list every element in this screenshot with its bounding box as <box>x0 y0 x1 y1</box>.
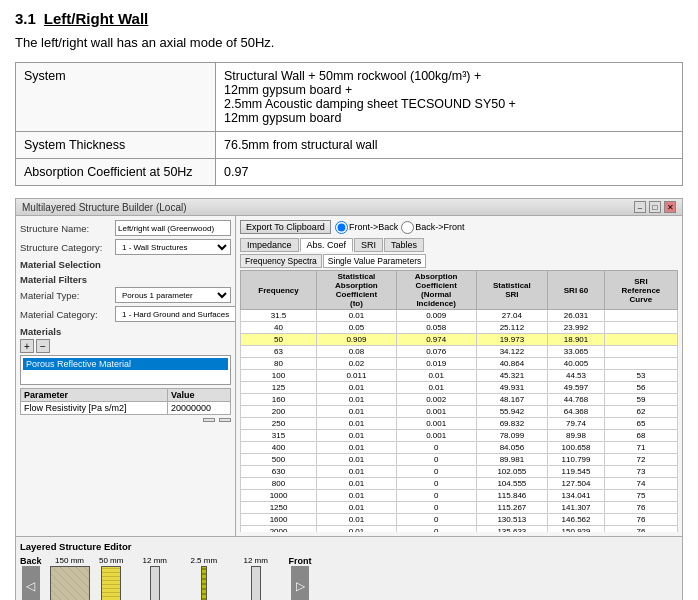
table-cell: 75 <box>604 490 677 502</box>
tab-sri[interactable]: SRI <box>354 238 383 252</box>
table-cell: 62 <box>604 406 677 418</box>
section-subtitle: The left/right wall has an axial mode of… <box>15 35 683 50</box>
maximize-btn[interactable]: □ <box>649 201 661 213</box>
table-cell: 44.53 <box>548 370 605 382</box>
table-row: 31.50.010.00927.0426.031 <box>241 310 678 322</box>
table-cell: 1600 <box>241 514 317 526</box>
back-front-radio[interactable] <box>401 221 414 234</box>
layer-item[interactable]: 12 mmGypsumboard✓✗ <box>133 556 177 600</box>
layer-item[interactable]: 50 mmMineral wool✓✗ <box>92 556 131 600</box>
material-list[interactable]: Porous Reflective Material <box>20 355 231 385</box>
mat-category-select[interactable]: 1 - Hard Ground and Surfaces <box>115 306 236 322</box>
table-cell: 104.555 <box>476 478 548 490</box>
table-cell: 49.597 <box>548 382 605 394</box>
table-cell <box>604 334 677 346</box>
close-btn[interactable]: ✕ <box>664 201 676 213</box>
add-material-layer-btn[interactable] <box>203 418 215 422</box>
table-cell: 34.122 <box>476 346 548 358</box>
table-cell: 80 <box>241 358 317 370</box>
struct-category-select[interactable]: 1 - Wall Structures <box>115 239 231 255</box>
add-air-layer-btn[interactable] <box>219 418 231 422</box>
data-table: Frequency StatisticalAbsorptionCoefficie… <box>240 270 678 532</box>
subtab-freq-spectra[interactable]: Frequency Spectra <box>240 254 322 268</box>
table-cell: 76 <box>604 502 677 514</box>
table-cell: 0 <box>396 442 476 454</box>
front-back-radio[interactable] <box>335 221 348 234</box>
table-cell: 2000 <box>241 526 317 533</box>
subtab-single-value[interactable]: Single Value Parameters <box>323 254 426 268</box>
front-back-label: Front->Back <box>349 222 398 232</box>
layer-item[interactable]: 12 mmGypsumboard 1✓✗ <box>231 556 281 600</box>
mat-type-select[interactable]: Porous 1 parameter <box>115 287 231 303</box>
table-cell: 40.864 <box>476 358 548 370</box>
layer-item[interactable]: 150 mmConcrete 1✓✗ <box>50 556 90 600</box>
tab-tables[interactable]: Tables <box>384 238 424 252</box>
data-table-container[interactable]: Frequency StatisticalAbsorptionCoefficie… <box>240 270 678 532</box>
table-cell: 0 <box>396 490 476 502</box>
titlebar-controls: – □ ✕ <box>634 201 676 213</box>
table-row: 16000.010130.513146.56276 <box>241 514 678 526</box>
mat-type-label: Material Type: <box>20 290 115 301</box>
table-cell: 150.929 <box>548 526 605 533</box>
table-cell: 76 <box>604 526 677 533</box>
table-cell: 0.974 <box>396 334 476 346</box>
table-cell: 33.065 <box>548 346 605 358</box>
table-row: 630.080.07634.12233.065 <box>241 346 678 358</box>
table-cell: 135.633 <box>476 526 548 533</box>
export-btn[interactable]: Export To Clipboard <box>240 220 331 234</box>
table-cell: 0 <box>396 478 476 490</box>
minimize-btn[interactable]: – <box>634 201 646 213</box>
layer-item[interactable]: 2.5 mmMass Loaded Vinyl✓✗ <box>179 556 229 600</box>
layer-thickness: 12 mm <box>243 556 267 565</box>
param-value-cell: 20000000 <box>167 402 230 415</box>
col-frequency: Frequency <box>241 271 317 310</box>
table-cell: 0.011 <box>317 370 397 382</box>
table-cell: 0.01 <box>317 526 397 533</box>
table-cell: 250 <box>241 418 317 430</box>
table-cell: 0.019 <box>396 358 476 370</box>
info-table: SystemStructural Wall + 50mm rockwool (1… <box>15 62 683 186</box>
param-table: Parameter Value Flow Resistivity [Pa s/m… <box>20 388 231 415</box>
table-cell: 0.01 <box>317 418 397 430</box>
remove-material-btn[interactable]: − <box>36 339 50 353</box>
table-row: 1600.010.00248.16744.76859 <box>241 394 678 406</box>
front-back-radio-label[interactable]: Front->Back <box>335 221 398 234</box>
table-cell: 110.799 <box>548 454 605 466</box>
table-cell: 1000 <box>241 490 317 502</box>
back-front-radio-label[interactable]: Back->Front <box>401 221 464 234</box>
back-arrow-icon: ◁ <box>26 579 35 593</box>
table-cell: 0.001 <box>396 406 476 418</box>
struct-name-input[interactable] <box>115 220 231 236</box>
table-row: 400.050.05825.11223.992 <box>241 322 678 334</box>
table-cell: 72 <box>604 454 677 466</box>
table-cell: 68 <box>604 430 677 442</box>
table-cell: 0.001 <box>396 430 476 442</box>
table-cell: 0.01 <box>317 394 397 406</box>
table-cell: 115.846 <box>476 490 548 502</box>
table-cell: 127.504 <box>548 478 605 490</box>
material-item[interactable]: Porous Reflective Material <box>23 358 228 370</box>
materials-label: Materials <box>20 326 231 337</box>
section-number: 3.1 <box>15 10 36 27</box>
layer-box <box>101 566 121 600</box>
back-label-container: Back ◁ <box>20 556 42 600</box>
front-arrow: ▷ <box>291 566 309 600</box>
table-row: 6300.010102.055119.54573 <box>241 466 678 478</box>
add-material-btn[interactable]: + <box>20 339 34 353</box>
mat-category-label: Material Category: <box>20 309 115 320</box>
layer-box <box>251 566 261 600</box>
table-cell: 78.099 <box>476 430 548 442</box>
table-cell: 0.01 <box>317 502 397 514</box>
tab-abs-coef[interactable]: Abs. Coef <box>300 238 354 252</box>
table-cell: 59 <box>604 394 677 406</box>
layer-thickness: 2.5 mm <box>190 556 217 565</box>
info-table-label: Absorption Coefficient at 50Hz <box>16 159 216 186</box>
table-cell: 100 <box>241 370 317 382</box>
tab-impedance[interactable]: Impedance <box>240 238 299 252</box>
mat-filters-label: Material Filters <box>20 274 231 285</box>
table-cell: 0.01 <box>396 382 476 394</box>
table-cell: 0.01 <box>317 514 397 526</box>
table-cell: 315 <box>241 430 317 442</box>
table-cell: 18.901 <box>548 334 605 346</box>
table-row: 10000.010115.846134.04175 <box>241 490 678 502</box>
